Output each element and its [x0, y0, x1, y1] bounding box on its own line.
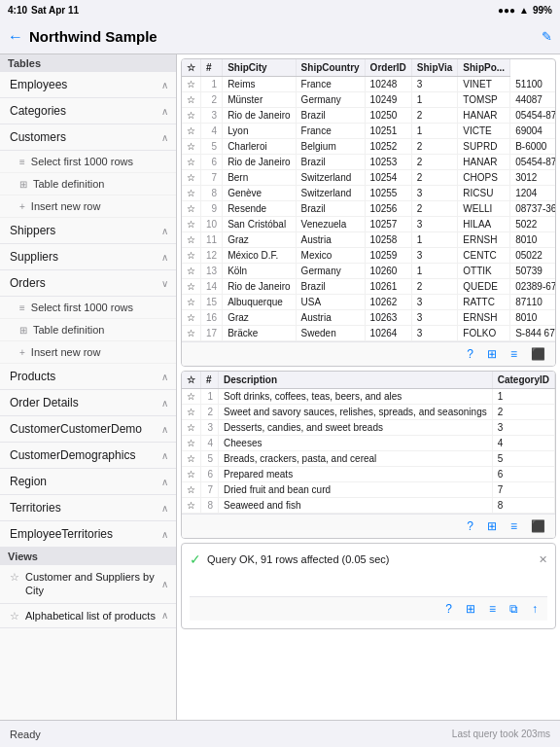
- table-row[interactable]: ☆5CharleroiBelgium102522SUPRDB-6000: [182, 139, 555, 155]
- shippo-cell: CENTC: [458, 248, 510, 264]
- table-row[interactable]: ☆10San CristóbalVenezuela102573HILAA5022: [182, 217, 555, 232]
- orders-grid-btn[interactable]: ⊞: [483, 345, 501, 363]
- table-row[interactable]: ☆1ReimsFrance102483VINET51100: [182, 77, 555, 92]
- sidebar-sub-select-rows-orders[interactable]: ≡ Select first 1000 rows: [0, 297, 176, 319]
- table-row[interactable]: ☆2Sweet and savory sauces, relishes, spr…: [182, 405, 555, 420]
- table-row[interactable]: ☆17BräckeSweden102643FOLKOS-844 67: [182, 326, 555, 341]
- table-row[interactable]: ☆11GrazAustria102581ERNSH8010: [182, 232, 555, 248]
- sidebar-view-customer-suppliers[interactable]: ☆ Customer and Suppliers by City ∧: [0, 565, 176, 604]
- shippo-cell: RICSU: [458, 186, 510, 201]
- orders-list-btn[interactable]: ≡: [507, 345, 521, 363]
- row-num: 6: [201, 155, 223, 170]
- orders-col-num: #: [201, 59, 223, 77]
- query-list-btn[interactable]: ≡: [485, 600, 500, 618]
- table-row[interactable]: ☆4LyonFrance102511VICTE69004: [182, 124, 555, 139]
- cat-grid-btn[interactable]: ⊞: [483, 517, 501, 535]
- sidebar-sub-table-def[interactable]: ⊞ Table definition: [0, 173, 176, 196]
- table-row[interactable]: ☆14Rio de JaneiroBrazil102612QUEDE02389-…: [182, 279, 555, 295]
- table-row[interactable]: ☆16GrazAustria102633ERNSH8010: [182, 310, 555, 326]
- orderid-cell: 10250: [365, 108, 411, 124]
- cell: B-6000: [510, 139, 555, 155]
- orders-col-shippo[interactable]: ShipPo...: [458, 59, 510, 77]
- table-row[interactable]: ☆8Seaweed and fish8: [182, 498, 555, 514]
- sidebar-sub-insert-row[interactable]: + Insert new row: [0, 196, 176, 218]
- sidebar-sub-select-rows[interactable]: ≡ Select first 1000 rows: [0, 151, 176, 173]
- sidebar-item-employees[interactable]: Employees ∧: [0, 72, 176, 98]
- orders-col-shipcity[interactable]: ShipCity: [223, 59, 296, 77]
- sidebar-sub-table-def-orders[interactable]: ⊞ Table definition: [0, 319, 176, 341]
- table-row[interactable]: ☆9ResendeBrazil102562WELLI08737-36: [182, 201, 555, 217]
- shipvia-cell: 2: [411, 139, 458, 155]
- sidebar-item-customercustomerdemo[interactable]: CustomerCustomerDemo ∧: [0, 416, 176, 443]
- cell: 3: [492, 420, 554, 436]
- orders-table-scroll[interactable]: ☆ # ShipCity ShipCountry OrderID ShipVia…: [182, 59, 555, 341]
- sidebar-item-customers[interactable]: Customers ∧: [0, 124, 176, 151]
- sidebar-item-employeeterritories[interactable]: EmployeeTerritories ∧: [0, 521, 176, 548]
- sidebar-item-categories[interactable]: Categories ∧: [0, 98, 176, 124]
- shipvia-cell: 2: [411, 108, 458, 124]
- sidebar-item-shippers[interactable]: Shippers ∧: [0, 218, 176, 244]
- query-toolbar: ? ⊞ ≡ ⧉ ↑: [190, 596, 547, 621]
- signal-icon: ●●●: [498, 5, 515, 16]
- sidebar-item-orders[interactable]: Orders ∨: [0, 270, 176, 297]
- table-row[interactable]: ☆1Soft drinks, coffees, teas, beers, and…: [182, 389, 555, 405]
- cell: 87110: [510, 295, 555, 310]
- cat-question-btn[interactable]: ?: [463, 517, 477, 535]
- star-col: ☆: [182, 310, 201, 326]
- city-cell: México D.F.: [223, 248, 296, 264]
- sidebar-item-territories[interactable]: Territories ∧: [0, 495, 176, 521]
- sidebar-item-products[interactable]: Products ∧: [0, 364, 176, 390]
- query-question-btn[interactable]: ?: [441, 600, 456, 618]
- shipvia-cell: 2: [411, 201, 458, 217]
- orders-question-btn[interactable]: ?: [463, 345, 477, 363]
- orders-scroll-handle[interactable]: ⬛: [527, 345, 549, 363]
- country-cell: Austria: [296, 232, 365, 248]
- table-row[interactable]: ☆6Rio de JaneiroBrazil102532HANAR05454-8…: [182, 155, 555, 170]
- query-export-btn[interactable]: ↑: [528, 600, 542, 618]
- orders-col-shipvia[interactable]: ShipVia: [411, 59, 458, 77]
- shippo-cell: VINET: [458, 77, 510, 92]
- table-row[interactable]: ☆2MünsterGermany102491TOMSP44087: [182, 92, 555, 108]
- table-row[interactable]: ☆5Breads, crackers, pasta, and cereal5: [182, 451, 555, 467]
- cat-col-desc[interactable]: Description: [219, 372, 493, 389]
- sidebar-item-suppliers[interactable]: Suppliers ∧: [0, 244, 176, 270]
- orders-col-orderid[interactable]: OrderID: [365, 59, 411, 77]
- orders-col-shipcountry[interactable]: ShipCountry: [296, 59, 365, 77]
- table-row[interactable]: ☆4Cheeses4: [182, 436, 555, 451]
- table-row[interactable]: ☆13KölnGermany102601OTTIK50739: [182, 264, 555, 279]
- table-row[interactable]: ☆12México D.F.Mexico102593CENTC05022: [182, 248, 555, 264]
- shippo-cell: HANAR: [458, 108, 510, 124]
- edit-button[interactable]: ✎: [542, 29, 552, 44]
- cat-scroll-handle[interactable]: ⬛: [527, 517, 549, 535]
- table-row[interactable]: ☆6Prepared meats6: [182, 467, 555, 482]
- table-row[interactable]: ☆3Desserts, candies, and sweet breads3: [182, 420, 555, 436]
- sidebar-item-order-details[interactable]: Order Details ∧: [0, 390, 176, 416]
- table-row[interactable]: ☆8GenèveSwitzerland102553RICSU1204: [182, 186, 555, 201]
- categories-table-scroll[interactable]: ☆ # Description CategoryID ☆1Soft drinks…: [182, 372, 555, 514]
- back-icon[interactable]: ←: [8, 28, 23, 46]
- shippo-cell: SUPRD: [458, 139, 510, 155]
- shipvia-cell: 3: [411, 326, 458, 341]
- query-close-btn[interactable]: ✕: [539, 553, 547, 566]
- country-cell: Switzerland: [296, 186, 365, 201]
- shipvia-cell: 3: [411, 186, 458, 201]
- shipvia-cell: 1: [411, 124, 458, 139]
- table-row[interactable]: ☆15AlbuquerqueUSA102623RATTC87110: [182, 295, 555, 310]
- table-row[interactable]: ☆3Rio de JaneiroBrazil102502HANAR05454-8…: [182, 108, 555, 124]
- row-num: 13: [201, 264, 223, 279]
- country-cell: USA: [296, 295, 365, 310]
- sidebar-item-customerdemographics[interactable]: CustomerDemographics ∧: [0, 443, 176, 469]
- table-row[interactable]: ☆7BernSwitzerland102542CHOPS3012: [182, 170, 555, 186]
- cat-col-id[interactable]: CategoryID: [492, 372, 554, 389]
- row-num: 8: [201, 498, 219, 514]
- table-row[interactable]: ☆7Dried fruit and bean curd7: [182, 482, 555, 498]
- cat-list-btn[interactable]: ≡: [507, 517, 521, 535]
- sidebar-sub-insert-row-orders[interactable]: + Insert new row: [0, 341, 176, 364]
- query-grid-btn[interactable]: ⊞: [462, 600, 479, 618]
- sidebar-view-alphabetical-products[interactable]: ☆ Alphabetical list of products ∧: [0, 604, 176, 628]
- chevron-icon: ∧: [161, 579, 168, 589]
- shipvia-cell: 3: [411, 295, 458, 310]
- sidebar-item-region[interactable]: Region ∧: [0, 469, 176, 495]
- query-copy-btn[interactable]: ⧉: [506, 600, 522, 618]
- country-cell: Germany: [296, 264, 365, 279]
